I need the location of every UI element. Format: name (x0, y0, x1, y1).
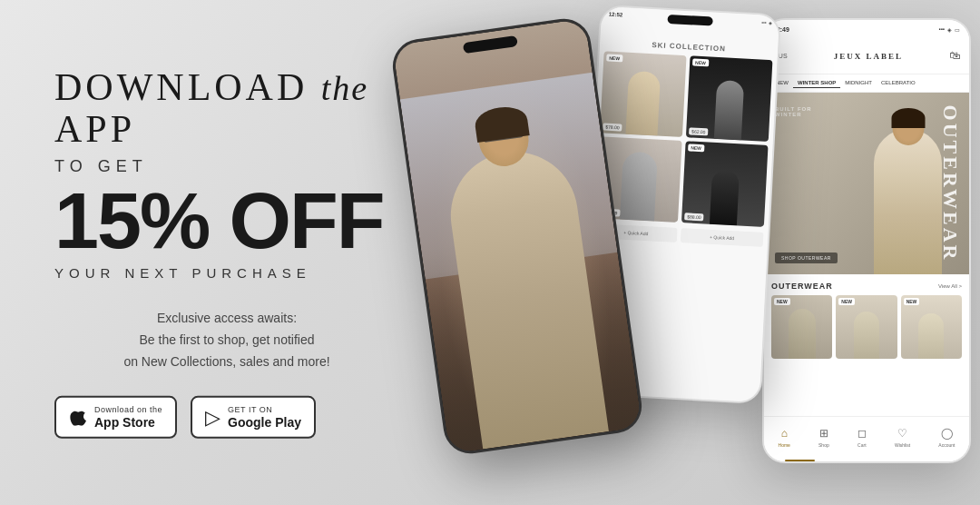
home-icon: ⌂ (781, 427, 788, 441)
bottom-nav-cart[interactable]: ◻ Cart (858, 427, 867, 448)
shop-icon: ⊞ (819, 427, 828, 441)
store-buttons-group: Download on the App Store ▷ GET IT ON Go… (54, 396, 399, 440)
cart-icon: ◻ (858, 427, 867, 441)
googleplay-text: GET IT ON Google Play (228, 405, 301, 431)
bottom-nav-home[interactable]: ⌂ Home (779, 427, 790, 448)
nav-pills: NEW WINTER SHOP MIDNIGHT CELEBRATIO (764, 74, 969, 93)
exclusive-description: Exclusive access awaits: Be the first to… (54, 308, 399, 372)
bottom-nav-shop[interactable]: ⊞ Shop (818, 427, 829, 448)
exclusive-line2: Be the first to shop, get notified (139, 332, 314, 347)
page-container: DOWNLOAD the APP TO GET 15% OFF YOUR NEX… (0, 0, 980, 505)
nav-celebration[interactable]: CELEBRATIO (877, 78, 920, 88)
bottom-nav-account[interactable]: ◯ Account (938, 427, 955, 448)
phone-secondary-notch (667, 15, 712, 26)
built-for-text: BUILT FORWINTER (775, 106, 812, 117)
phone-secondary-time: 12:52 (609, 12, 623, 18)
left-content-area: DOWNLOAD the APP TO GET 15% OFF YOUR NEX… (54, 66, 399, 439)
product-price-1: $78.00 (603, 123, 622, 131)
home-label: Home (779, 442, 790, 448)
product-price-2: $62.00 (689, 127, 709, 135)
phones-area: 12:52 ▪▪▪ ◈ SKI COLLECTION NEW $78.00 NE… (345, 0, 980, 505)
appstore-small-text: Download on the (94, 405, 162, 415)
outerwear-badge-3: NEW (904, 298, 920, 305)
apple-icon (69, 405, 87, 429)
wifi-icon: ◈ (768, 20, 771, 25)
outerwear-header: OUTERWEAR View All > (771, 282, 962, 291)
brand-name: JEUX LABEL (834, 52, 903, 61)
wishlist-label: Wishlist (895, 442, 910, 448)
phone-third-signal: ▪▪▪ (939, 26, 945, 32)
account-label: Account (938, 442, 955, 448)
nav-winter-shop[interactable]: WINTER SHOP (793, 78, 840, 88)
outerwear-section: OUTERWEAR View All > NEW NEW (764, 274, 969, 366)
googleplay-big-text: Google Play (228, 414, 301, 430)
phone-third-battery: ▭ (955, 26, 960, 33)
googleplay-small-text: GET IT ON (228, 405, 301, 415)
phone-third-wifi: ◈ (947, 26, 952, 33)
bottom-nav-wishlist[interactable]: ♡ Wishlist (895, 427, 910, 448)
exclusive-line1: Exclusive access awaits: (157, 311, 297, 325)
product-badge-2: NEW (692, 58, 709, 66)
product-badge-4: NEW (688, 144, 704, 152)
outerwear-badge-2: NEW (838, 298, 855, 305)
exclusive-line3: on New Collections, sales and more! (123, 354, 329, 369)
quick-add-btn-2[interactable]: + Quick Add (710, 234, 734, 241)
cart-label: Cart (858, 442, 866, 448)
outerwear-badge-1: NEW (774, 298, 790, 305)
outerwear-grid: NEW NEW NEW (771, 295, 962, 359)
phone-third-screen: 12:49 ▪▪▪ ◈ ▭ $ US JEUX LABEL 🛍 (764, 20, 969, 461)
product-badge-1: NEW (606, 54, 622, 63)
product-price-4: $88.00 (684, 213, 704, 221)
signal-icon: ▪▪▪ (761, 19, 767, 25)
purchase-text: YOUR NEXT PURCHASE (54, 265, 399, 281)
headline: DOWNLOAD the APP (54, 66, 399, 150)
appstore-big-text: App Store (94, 414, 162, 430)
wishlist-icon: ♡ (897, 427, 907, 441)
account-icon: ◯ (941, 427, 953, 441)
outerwear-title: OUTERWEAR (771, 282, 833, 291)
discount-text: 15% OFF (54, 181, 399, 261)
product-card-4: NEW $88.00 (681, 141, 769, 227)
outerwear-card-1: NEW (771, 295, 832, 359)
product-grid: NEW $78.00 NEW $62.00 $104.89 (595, 51, 772, 226)
view-all-link[interactable]: View All > (938, 283, 962, 289)
hero-banner: OUTERWEAR BUILT FORWINTER SHOP OUTERWEAR (764, 93, 969, 274)
phone-third-bottom-nav: ⌂ Home ⊞ Shop ◻ Cart ♡ Wishlist (764, 416, 969, 461)
subheadline: TO GET (54, 157, 399, 176)
headline-download: DOWNLOAD (54, 66, 321, 108)
appstore-button[interactable]: Download on the App Store (54, 396, 177, 440)
headline-the: the (321, 69, 368, 107)
outerwear-card-3: NEW (901, 295, 962, 359)
phone-third-topbar: $ US JEUX LABEL 🛍 (764, 38, 969, 74)
phone-main-notch (463, 35, 518, 54)
googleplay-icon: ▷ (205, 407, 220, 427)
appstore-text: Download on the App Store (94, 405, 162, 431)
nav-midnight[interactable]: MIDNIGHT (840, 78, 877, 88)
nav-indicator (785, 460, 816, 461)
quick-add-btn-1[interactable]: + Quick Add (623, 230, 648, 236)
bag-icon[interactable]: 🛍 (949, 49, 960, 63)
shop-label: Shop (818, 442, 829, 448)
headline-app: APP (54, 108, 135, 150)
shop-outerwear-btn[interactable]: SHOP OUTERWEAR (775, 252, 838, 263)
phone-third: 12:49 ▪▪▪ ◈ ▭ $ US JEUX LABEL 🛍 (762, 18, 971, 463)
outerwear-card-2: NEW (836, 295, 897, 359)
product-card-1: NEW $78.00 (600, 51, 687, 137)
product-card-2: NEW $62.00 (686, 55, 773, 142)
googleplay-button[interactable]: ▷ GET IT ON Google Play (191, 396, 316, 440)
phone-secondary-status: ▪▪▪ ◈ (761, 19, 772, 25)
